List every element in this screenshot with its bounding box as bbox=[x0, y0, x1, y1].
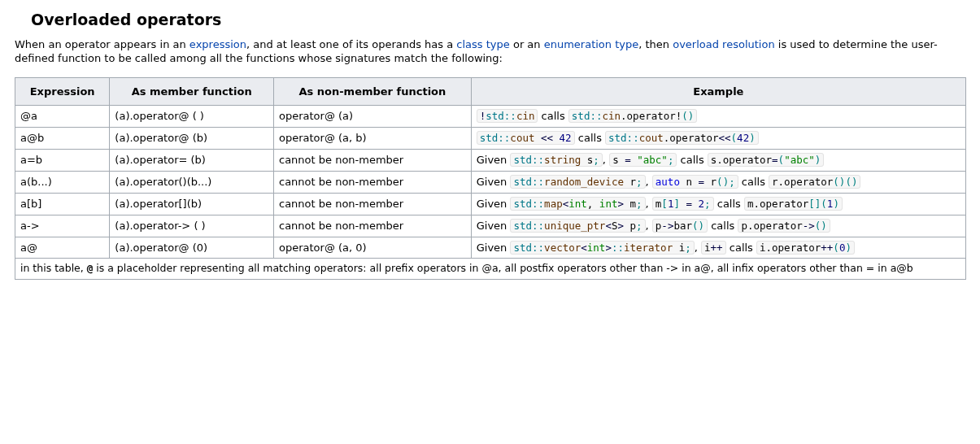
text: calls bbox=[575, 132, 605, 144]
code-snippet: s.operator=("abc") bbox=[708, 153, 825, 167]
cell-nonmember-disallowed: cannot be non-member bbox=[273, 171, 471, 193]
operator-table: Expression As member function As non-mem… bbox=[15, 77, 966, 280]
code-snippet: m.operator[](1) bbox=[744, 197, 843, 211]
intro-text: When an operator appears in an bbox=[15, 38, 189, 50]
cell-expression: a@ bbox=[15, 237, 110, 259]
intro-text: , and at least one of its operands has a bbox=[246, 38, 456, 50]
table-footer: in this table, @ is a placeholder repres… bbox=[15, 259, 966, 279]
code-snippet: std::string s; bbox=[510, 153, 602, 167]
text: calls bbox=[738, 176, 769, 188]
text: , bbox=[646, 176, 652, 188]
cell-expression: a-> bbox=[15, 215, 110, 237]
text: , bbox=[603, 154, 609, 166]
text: , bbox=[646, 198, 652, 210]
code-snippet: p->bar() bbox=[652, 219, 708, 233]
section-heading: Overloaded operators bbox=[31, 10, 966, 31]
table-row: a@ (a).operator@ (0) operator@ (a, 0) Gi… bbox=[15, 237, 966, 259]
cell-member: (a).operator-> ( ) bbox=[110, 215, 274, 237]
cell-nonmember-disallowed: cannot be non-member bbox=[273, 193, 471, 215]
cell-expression: a[b] bbox=[15, 193, 110, 215]
text: Given bbox=[477, 220, 511, 232]
text: , bbox=[646, 220, 652, 232]
text: calls bbox=[677, 154, 707, 166]
code-snippet: std::random_device r; bbox=[510, 175, 645, 189]
footer-text: in this table, bbox=[20, 262, 87, 274]
cell-member: (a).operator()(b...) bbox=[110, 171, 274, 193]
intro-text: , then bbox=[638, 38, 673, 50]
col-example: Example bbox=[471, 77, 965, 106]
link-expression[interactable]: expression bbox=[189, 38, 246, 50]
table-footer-row: in this table, @ is a placeholder repres… bbox=[15, 259, 966, 279]
link-class-type[interactable]: class type bbox=[456, 38, 509, 50]
table-row: a@b (a).operator@ (b) operator@ (a, b) s… bbox=[15, 128, 966, 150]
footer-text: is a placeholder representing all matchi… bbox=[93, 262, 912, 274]
table-row: a[b] (a).operator[](b) cannot be non-mem… bbox=[15, 193, 966, 215]
text: Given bbox=[477, 198, 511, 210]
code-snippet: std::cout.operator<<(42) bbox=[605, 131, 759, 145]
code-snippet: !!std::cinstd::cin bbox=[477, 109, 538, 123]
col-member: As member function bbox=[110, 77, 274, 106]
code-snippet: std::map<int, int> m; bbox=[510, 197, 645, 211]
cell-nonmember: operator@ (a) bbox=[273, 106, 471, 128]
code-snippet: m[1] = 2; bbox=[652, 197, 714, 211]
cell-example: std::cout << 42 calls std::cout.operator… bbox=[471, 128, 965, 150]
code-snippet: s = "abc"; bbox=[609, 153, 677, 167]
col-nonmember: As non-member function bbox=[273, 77, 471, 106]
text: calls bbox=[726, 242, 756, 254]
cell-expression: a(b...) bbox=[15, 171, 110, 193]
text: Given bbox=[477, 242, 511, 254]
code-snippet: std::unique_ptr<S> p; bbox=[510, 219, 645, 233]
text: calls bbox=[708, 220, 738, 232]
cell-expression: a@b bbox=[15, 128, 110, 150]
cell-member: (a).operator@ ( ) bbox=[110, 106, 274, 128]
cell-member: (a).operator= (b) bbox=[110, 150, 274, 172]
text: Given bbox=[477, 176, 511, 188]
code-snippet: i++ bbox=[701, 241, 726, 255]
code-snippet: auto n = r(); bbox=[652, 175, 738, 189]
cell-nonmember: operator@ (a, b) bbox=[273, 128, 471, 150]
cell-example: Given std::vector<int>::iterator i;, i++… bbox=[471, 237, 965, 259]
table-row: @a (a).operator@ ( ) operator@ (a) !!std… bbox=[15, 106, 966, 128]
text: calls bbox=[538, 110, 568, 122]
code-snippet: std::vector<int>::iterator i; bbox=[510, 241, 694, 255]
cell-member: (a).operator@ (0) bbox=[110, 237, 274, 259]
cell-expression: a=b bbox=[15, 150, 110, 172]
cell-nonmember: operator@ (a, 0) bbox=[273, 237, 471, 259]
table-row: a=b (a).operator= (b) cannot be non-memb… bbox=[15, 150, 966, 172]
cell-example: Given std::string s;, s = "abc"; calls s… bbox=[471, 150, 965, 172]
table-row: a-> (a).operator-> ( ) cannot be non-mem… bbox=[15, 215, 966, 237]
intro-text: or an bbox=[510, 38, 544, 50]
cell-example: Given std::unique_ptr<S> p;, p->bar() ca… bbox=[471, 215, 965, 237]
cell-example: !!std::cinstd::cin calls std::cin.operat… bbox=[471, 106, 965, 128]
text: , bbox=[695, 242, 701, 254]
cell-nonmember-disallowed: cannot be non-member bbox=[273, 215, 471, 237]
cell-member: (a).operator@ (b) bbox=[110, 128, 274, 150]
text: Given bbox=[477, 154, 511, 166]
code-snippet: r.operator()() bbox=[769, 175, 860, 189]
code-snippet: p.operator->() bbox=[738, 219, 830, 233]
code-snippet: i.operator++(0) bbox=[756, 241, 855, 255]
code-snippet: std::cout << 42 bbox=[477, 131, 575, 145]
text: calls bbox=[714, 198, 744, 210]
table-row: a(b...) (a).operator()(b...) cannot be n… bbox=[15, 171, 966, 193]
link-enumeration-type[interactable]: enumeration type bbox=[544, 38, 639, 50]
cell-expression: @a bbox=[15, 106, 110, 128]
cell-example: Given std::map<int, int> m;, m[1] = 2; c… bbox=[471, 193, 965, 215]
link-overload-resolution[interactable]: overload resolution bbox=[673, 38, 774, 50]
intro-paragraph: When an operator appears in an expressio… bbox=[15, 37, 966, 66]
cell-member: (a).operator[](b) bbox=[110, 193, 274, 215]
table-header-row: Expression As member function As non-mem… bbox=[15, 77, 966, 106]
col-expression: Expression bbox=[15, 77, 110, 106]
cell-nonmember-disallowed: cannot be non-member bbox=[273, 150, 471, 172]
code-snippet: std::cin.operator!() bbox=[568, 109, 698, 123]
cell-example: Given std::random_device r;, auto n = r(… bbox=[471, 171, 965, 193]
